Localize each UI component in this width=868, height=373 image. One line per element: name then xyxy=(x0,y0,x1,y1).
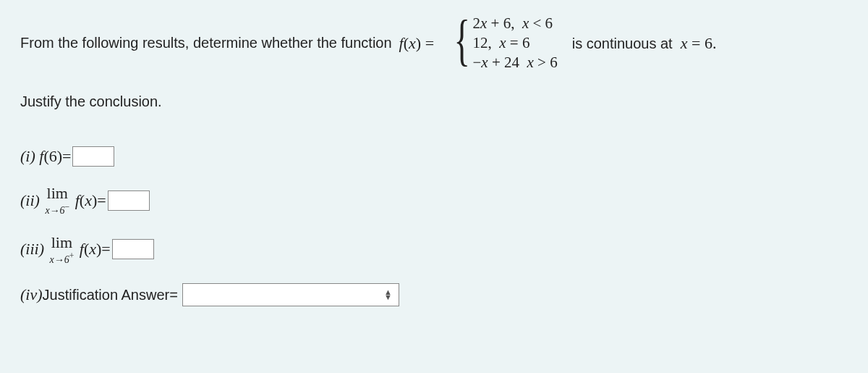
prompt-suffix: is continuous at x = 6. xyxy=(572,34,717,53)
part-i: (i) f(6)= xyxy=(20,146,848,167)
part-i-label: f(6)= xyxy=(35,147,72,166)
question-prompt: From the following results, determine wh… xyxy=(20,14,848,72)
part-iii-roman: (iii) xyxy=(20,240,44,259)
function-name: f(x) = xyxy=(399,34,434,53)
part-iii-after: f(x)= xyxy=(75,240,110,259)
case-2: 12, x = 6 xyxy=(473,34,558,52)
prompt-prefix: From the following results, determine wh… xyxy=(20,35,392,51)
part-ii-after: f(x)= xyxy=(71,191,106,210)
part-ii-input[interactable] xyxy=(108,190,150,211)
part-ii: (ii) lim x→6− f(x)= xyxy=(20,185,848,216)
part-iii-input[interactable] xyxy=(112,239,154,259)
part-iv-roman: (iv) xyxy=(20,285,43,304)
limit-right: lim x→6+ xyxy=(50,235,75,265)
limit-left: lim x→6− xyxy=(45,185,69,216)
case-3: −x + 24 x > 6 xyxy=(473,54,558,72)
part-iv-label: Justification Answer= xyxy=(43,287,178,303)
part-iii: (iii) lim x→6+ f(x)= xyxy=(20,235,848,265)
part-ii-roman: (ii) xyxy=(20,191,40,210)
piecewise-function: { 2x + 6, x < 6 12, x = 6 −x + 24 x > 6 xyxy=(448,14,558,72)
part-i-roman: (i) xyxy=(20,147,35,166)
brace-icon: { xyxy=(454,19,470,62)
case-1: 2x + 6, x < 6 xyxy=(473,14,558,33)
part-iv: (iv) Justification Answer= ▲▼ xyxy=(20,283,848,306)
part-i-input[interactable] xyxy=(72,146,114,167)
part-iv-select[interactable] xyxy=(182,283,399,306)
justify-instruction: Justify the conclusion. xyxy=(20,93,848,110)
